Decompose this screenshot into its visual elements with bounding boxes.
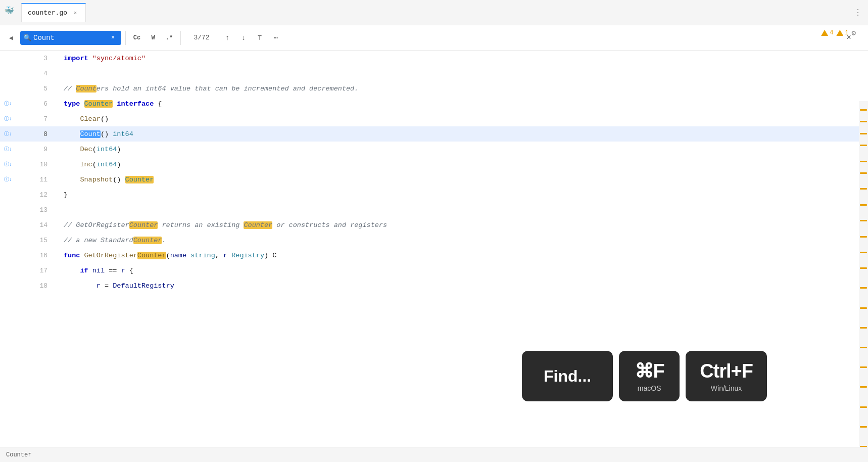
gutter-mark xyxy=(860,426,867,428)
line-number-10: Ⓘ↓ 10 xyxy=(0,157,56,172)
search-more-button[interactable]: ⋯ xyxy=(269,31,283,45)
search-option-regexp-button[interactable]: .* xyxy=(162,31,176,45)
search-option-word-button[interactable]: W xyxy=(146,31,160,45)
case-label: Cc xyxy=(133,34,140,41)
code-line-8: Count() int64 xyxy=(56,126,868,142)
tooltip-win-box: Ctrl+F Win/Linux xyxy=(686,351,767,401)
line-number-6: Ⓘ↓ 6 xyxy=(0,96,56,111)
line-number-8: Ⓘ↓ 8 xyxy=(0,126,56,142)
warning-count-1: 4 xyxy=(830,29,833,36)
search-icon: 🔍 xyxy=(23,34,31,42)
code-line-7: Clear() xyxy=(56,111,868,126)
line-number-16: 16 xyxy=(0,248,56,263)
code-line-11: Snapshot() Counter xyxy=(56,172,868,187)
gutter-mark xyxy=(860,172,867,174)
search-clear-button[interactable]: × xyxy=(111,34,115,41)
tab-close-button[interactable]: × xyxy=(71,9,79,17)
tab-bar: 🐳 counter.go × ⋮ xyxy=(0,0,868,25)
code-line-18: r = DefaultRegistry xyxy=(56,278,868,293)
search-prev-button[interactable]: ↑ xyxy=(220,31,234,45)
tooltip-mac-key: ⌘F xyxy=(635,360,664,382)
line-number-14: 14 xyxy=(0,217,56,233)
gutter-mark xyxy=(860,386,867,388)
highlight-counter-11: Counter xyxy=(125,176,154,183)
search-toggle-button[interactable]: ◀ xyxy=(4,31,18,45)
status-text: Counter xyxy=(6,451,31,458)
regexp-label: .* xyxy=(166,34,173,41)
warning-icon-1 xyxy=(821,30,828,36)
line-number-9: Ⓘ↓ 9 xyxy=(0,142,56,157)
code-line-6: type Counter interface { xyxy=(56,96,868,111)
gutter-mark xyxy=(860,366,867,368)
chevron-left-icon: ◀ xyxy=(9,34,13,42)
gutter-mark xyxy=(860,109,867,111)
scrollbar-gutter[interactable] xyxy=(859,101,868,462)
search-divider xyxy=(125,31,126,45)
app-icon: 🐳 xyxy=(4,6,18,20)
highlight-counter-6: Counter xyxy=(84,100,113,108)
tooltip-win-label: Win/Linux xyxy=(711,384,742,392)
code-line-16: func GetOrRegisterCounter(name string, r… xyxy=(56,248,868,263)
gutter-mark xyxy=(860,133,867,134)
search-next-button[interactable]: ↓ xyxy=(236,31,251,45)
method-icon-10: Ⓘ↓ xyxy=(2,157,14,172)
line-number-12: 12 xyxy=(0,187,56,202)
highlight-count-8: Count xyxy=(80,130,101,138)
tab-menu-button[interactable]: ⋮ xyxy=(854,8,862,18)
tooltip-win-key: Ctrl+F xyxy=(700,360,753,382)
method-icon-7: Ⓘ↓ xyxy=(2,111,14,126)
warning-badge-1: 4 xyxy=(821,29,833,36)
code-line-12: } xyxy=(56,187,868,202)
code-line-15: // a new StandardCounter. xyxy=(56,233,868,248)
gutter-mark xyxy=(860,188,867,190)
gutter-mark xyxy=(860,347,867,348)
gutter-mark xyxy=(860,307,867,309)
gutter-mark xyxy=(860,406,867,408)
highlight-counter-16: Counter xyxy=(137,252,166,259)
method-icon-11: Ⓘ↓ xyxy=(2,172,14,187)
search-input-wrapper[interactable]: 🔍 × xyxy=(20,31,121,45)
search-close-button[interactable]: × xyxy=(842,31,856,45)
tab-filename: counter.go xyxy=(28,9,67,17)
gutter-mark xyxy=(860,121,867,122)
gutter-mark xyxy=(860,236,867,238)
line-number-15: 15 xyxy=(0,233,56,248)
method-icon-6: Ⓘ↓ xyxy=(2,96,14,111)
code-line-4 xyxy=(56,66,868,81)
tooltip-find-label: Find... xyxy=(544,367,591,386)
highlight-count-5: Count xyxy=(76,85,97,93)
search-result-count: 3/72 xyxy=(189,34,214,41)
code-line-10: Inc(int64) xyxy=(56,157,868,172)
search-input[interactable] xyxy=(33,34,109,42)
gutter-mark xyxy=(860,267,867,269)
search-filter-button[interactable]: ⊤ xyxy=(253,31,267,45)
tooltip-find-box: Find... xyxy=(522,351,613,401)
gutter-mark xyxy=(860,145,867,146)
highlight-counter-14a: Counter xyxy=(129,221,158,229)
line-number-13: 13 xyxy=(0,202,56,217)
highlight-counter-14b: Counter xyxy=(244,221,272,229)
line-number-3: 3 xyxy=(0,51,56,66)
word-label: W xyxy=(151,34,155,41)
search-option-case-button[interactable]: Cc xyxy=(130,31,144,45)
method-icon-9: Ⓘ↓ xyxy=(2,142,14,157)
gutter-mark xyxy=(860,204,867,206)
tooltip-mac-label: macOS xyxy=(638,384,661,392)
line-number-4: 4 xyxy=(0,66,56,81)
method-icon-8: Ⓘ↓ xyxy=(2,126,14,142)
line-numbers: 3 4 5 Ⓘ↓ 6 Ⓘ↓ 7 Ⓘ↓ 8 Ⓘ↓ 9 Ⓘ↓ xyxy=(0,51,56,447)
line-number-5: 5 xyxy=(0,81,56,96)
highlight-counter-15: Counter xyxy=(133,237,162,244)
line-number-17: 17 xyxy=(0,263,56,278)
search-divider-2 xyxy=(180,31,181,45)
tooltip-overlay: Find... ⌘F macOS Ctrl+F Win/Linux xyxy=(522,351,767,401)
tooltip-mac-box: ⌘F macOS xyxy=(619,351,680,401)
gutter-mark xyxy=(860,327,867,329)
code-line-9: Dec(int64) xyxy=(56,142,868,157)
file-tab[interactable]: counter.go × xyxy=(21,3,86,22)
search-bar: ◀ 🔍 × Cc W .* 3/72 ↑ ↓ ⊤ ⋯ 4 1 ⚙ × xyxy=(0,25,868,51)
status-bar: Counter xyxy=(0,447,868,462)
code-line-3: import "sync/atomic" xyxy=(56,51,868,66)
code-line-13 xyxy=(56,202,868,217)
gutter-mark xyxy=(860,287,867,289)
